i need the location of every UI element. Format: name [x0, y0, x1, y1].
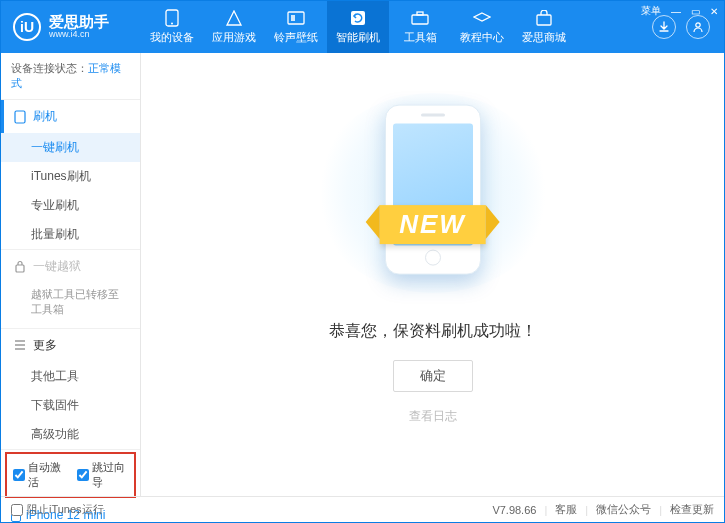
ok-button[interactable]: 确定	[393, 360, 473, 392]
sidebar-head-jailbreak: 一键越狱	[1, 250, 140, 283]
app-window: 菜单 — ▭ ✕ iU 爱思助手 www.i4.cn 我的设备 应用游戏 铃声壁	[0, 0, 725, 523]
nav-store[interactable]: 爱思商城	[513, 1, 575, 53]
user-button[interactable]	[686, 15, 710, 39]
nav-my-device[interactable]: 我的设备	[141, 1, 203, 53]
window-controls: 菜单 — ▭ ✕	[641, 4, 718, 18]
block-itunes-checkbox[interactable]	[11, 504, 23, 516]
flash-icon	[348, 9, 368, 27]
nav-toolbox[interactable]: 工具箱	[389, 1, 451, 53]
list-icon	[13, 338, 27, 352]
svg-rect-3	[291, 15, 295, 21]
svg-rect-2	[288, 12, 304, 24]
svg-rect-6	[417, 12, 423, 15]
phone-small-icon	[13, 110, 27, 124]
apps-icon	[224, 9, 244, 27]
main-content: NEW 恭喜您，保资料刷机成功啦！ 确定 查看日志	[141, 53, 724, 496]
nav-tutorials[interactable]: 教程中心	[451, 1, 513, 53]
block-itunes-label: 阻止iTunes运行	[27, 502, 104, 517]
skip-guide-input[interactable]	[77, 469, 89, 481]
sidebar-item-other-tools[interactable]: 其他工具	[1, 362, 140, 391]
logo: iU 爱思助手 www.i4.cn	[1, 13, 141, 41]
auto-activate-label: 自动激活	[28, 460, 65, 490]
nav-label: 爱思商城	[522, 30, 566, 45]
sidebar-item-batch-flash[interactable]: 批量刷机	[1, 220, 140, 249]
sidebar-head-label: 一键越狱	[33, 258, 81, 275]
svg-point-8	[696, 23, 700, 27]
download-button[interactable]	[652, 15, 676, 39]
titlebar-actions	[652, 15, 724, 39]
nav-label: 教程中心	[460, 30, 504, 45]
sidebar-head-label: 更多	[33, 337, 57, 354]
svg-rect-10	[16, 265, 24, 272]
sidebar-head-flash[interactable]: 刷机	[1, 100, 140, 133]
sidebar-item-itunes-flash[interactable]: iTunes刷机	[1, 162, 140, 191]
sidebar-item-download-fw[interactable]: 下载固件	[1, 391, 140, 420]
nav-label: 智能刷机	[336, 30, 380, 45]
sidebar: 设备连接状态：正常模式 刷机 一键刷机 iTunes刷机 专业刷机 批量刷机 一…	[1, 53, 141, 496]
status-label: 设备连接状态：	[11, 62, 88, 74]
sidebar-head-more[interactable]: 更多	[1, 329, 140, 362]
brand-site: www.i4.cn	[49, 30, 109, 40]
nav-flash[interactable]: 智能刷机	[327, 1, 389, 53]
phone-graphic	[385, 105, 481, 275]
view-log-link[interactable]: 查看日志	[409, 408, 457, 425]
minimize-icon[interactable]: —	[671, 6, 681, 17]
nav-label: 工具箱	[404, 30, 437, 45]
svg-rect-5	[412, 15, 428, 24]
sidebar-item-advanced[interactable]: 高级功能	[1, 420, 140, 449]
phone-icon	[162, 9, 182, 27]
version-label: V7.98.66	[492, 504, 536, 516]
maximize-icon[interactable]: ▭	[691, 6, 700, 17]
sidebar-item-pro-flash[interactable]: 专业刷机	[1, 191, 140, 220]
skip-guide-label: 跳过向导	[92, 460, 129, 490]
nav-label: 应用游戏	[212, 30, 256, 45]
lock-icon	[13, 260, 27, 274]
svg-point-1	[171, 23, 173, 25]
auto-activate-input[interactable]	[13, 469, 25, 481]
titlebar: 菜单 — ▭ ✕ iU 爱思助手 www.i4.cn 我的设备 应用游戏 铃声壁	[1, 1, 724, 53]
checkbox-skip-guide[interactable]: 跳过向导	[77, 460, 129, 490]
connection-status: 设备连接状态：正常模式	[1, 53, 140, 100]
body: 设备连接状态：正常模式 刷机 一键刷机 iTunes刷机 专业刷机 批量刷机 一…	[1, 53, 724, 496]
sidebar-flash-group: 刷机 一键刷机 iTunes刷机 专业刷机 批量刷机	[1, 100, 140, 250]
wallpaper-icon	[286, 9, 306, 27]
sidebar-more-group: 更多 其他工具 下载固件 高级功能	[1, 329, 140, 450]
jailbreak-note: 越狱工具已转移至工具箱	[31, 287, 126, 318]
main-nav: 我的设备 应用游戏 铃声壁纸 智能刷机 工具箱 教程中心	[141, 1, 652, 53]
sidebar-head-label: 刷机	[33, 108, 57, 125]
support-link[interactable]: 客服	[555, 502, 577, 517]
tutorial-icon	[472, 9, 492, 27]
ribbon-text: NEW	[379, 205, 486, 244]
svg-rect-7	[537, 15, 551, 25]
success-message: 恭喜您，保资料刷机成功啦！	[329, 321, 537, 342]
check-update-link[interactable]: 检查更新	[670, 502, 714, 517]
block-itunes-option[interactable]: 阻止iTunes运行	[11, 502, 104, 517]
statusbar: 阻止iTunes运行 V7.98.66 | 客服 | 微信公众号 | 检查更新	[1, 496, 724, 522]
wechat-link[interactable]: 微信公众号	[596, 502, 651, 517]
store-icon	[534, 9, 554, 27]
nav-apps[interactable]: 应用游戏	[203, 1, 265, 53]
highlighted-options: 自动激活 跳过向导	[5, 452, 136, 498]
nav-ringtones[interactable]: 铃声壁纸	[265, 1, 327, 53]
sidebar-item-oneclick-flash[interactable]: 一键刷机	[1, 133, 140, 162]
brand-name: 爱思助手	[49, 14, 109, 31]
svg-rect-9	[15, 111, 25, 123]
logo-icon: iU	[13, 13, 41, 41]
toolbox-icon	[410, 9, 430, 27]
checkbox-auto-activate[interactable]: 自动激活	[13, 460, 65, 490]
new-ribbon: NEW	[379, 205, 486, 244]
sidebar-jailbreak-group: 一键越狱 越狱工具已转移至工具箱	[1, 250, 140, 329]
menu-icon[interactable]: 菜单	[641, 4, 661, 18]
svg-rect-4	[351, 11, 365, 25]
success-illustration: NEW	[313, 93, 553, 293]
nav-label: 铃声壁纸	[274, 30, 318, 45]
nav-label: 我的设备	[150, 30, 194, 45]
close-icon[interactable]: ✕	[710, 6, 718, 17]
